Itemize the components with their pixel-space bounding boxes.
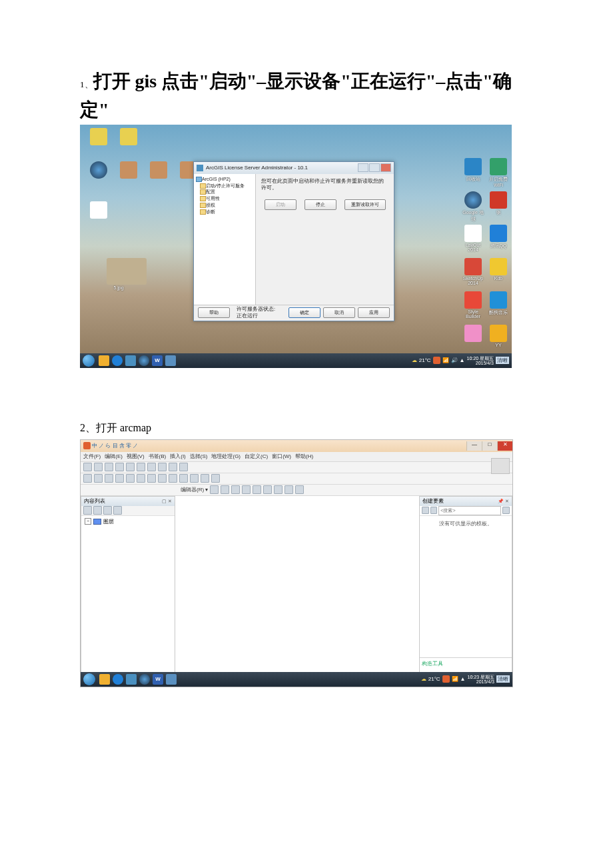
taskbar-item[interactable]: W xyxy=(153,674,163,685)
full-extent-icon[interactable] xyxy=(115,474,124,483)
tree-item[interactable]: 配置 xyxy=(199,189,254,195)
measure-icon[interactable] xyxy=(211,474,220,483)
taskbar-item[interactable] xyxy=(125,355,136,366)
clear-selection-icon[interactable] xyxy=(179,474,188,483)
ime-indicator[interactable]: 清晰 xyxy=(496,357,509,364)
menu-item[interactable]: 编辑(E) xyxy=(105,453,123,460)
close-button[interactable] xyxy=(380,163,391,172)
list-by-drawing-icon[interactable] xyxy=(83,506,92,515)
print-icon[interactable] xyxy=(115,463,124,471)
list-by-selection-icon[interactable] xyxy=(113,506,122,515)
panel-title[interactable]: 创建要素📌✕ xyxy=(420,497,512,506)
ok-button[interactable]: 确定 xyxy=(289,307,320,318)
menu-item[interactable]: 书签(B) xyxy=(149,453,167,460)
cancel-button[interactable]: 取消 xyxy=(323,307,355,318)
desktop-icon[interactable]: Kdb xyxy=(486,258,510,281)
tool-icon[interactable] xyxy=(274,485,283,494)
expand-icon[interactable]: − xyxy=(85,518,91,525)
system-tray[interactable]: ☁ 21°C 📶 🔊 ▲ 10:20 星期五 2015/4/3 清晰 xyxy=(412,356,512,365)
refresh-icon[interactable] xyxy=(502,507,510,514)
desktop-icon[interactable] xyxy=(87,161,111,179)
tree-item[interactable]: 可用性 xyxy=(199,195,254,202)
reread-button[interactable]: 重新读取许可 xyxy=(344,199,386,210)
list-by-source-icon[interactable] xyxy=(93,506,102,515)
tree-item[interactable]: 启动/停止许可服务 xyxy=(199,183,254,189)
desktop-icon[interactable]: 腾讯QQ xyxy=(486,225,510,249)
template-search-input[interactable] xyxy=(438,506,501,515)
redo-icon[interactable] xyxy=(179,463,188,471)
stop-button[interactable]: 停止 xyxy=(305,199,336,210)
tool-icon[interactable] xyxy=(242,485,251,494)
zoom-in-icon[interactable] xyxy=(83,474,92,483)
desktop-icon[interactable]: Google 地球 xyxy=(461,191,485,223)
taskbar-item[interactable]: W xyxy=(152,355,163,366)
close-panel-icon[interactable]: ✕ xyxy=(168,499,172,504)
cut-icon[interactable] xyxy=(126,463,135,471)
layer-label[interactable]: 图层 xyxy=(103,518,114,525)
tools-toolbar[interactable] xyxy=(81,473,512,485)
desktop-icon[interactable]: 回收站 xyxy=(461,158,485,183)
minimize-button[interactable] xyxy=(358,163,368,172)
tool-icon[interactable] xyxy=(221,485,229,494)
system-tray[interactable]: ☁ 21°C 📶 ▲ 10:23 星期五 2015/4/3 清晰 xyxy=(421,675,512,684)
taskbar-item[interactable] xyxy=(99,355,109,366)
tool-icon[interactable] xyxy=(285,485,293,494)
desktop-icon[interactable]: 驱 xyxy=(486,191,510,216)
list-by-visibility-icon[interactable] xyxy=(103,506,112,515)
tool-icon[interactable] xyxy=(263,485,272,494)
panel-title[interactable]: 内容列表▢✕ xyxy=(81,497,175,506)
desktop-icon[interactable]: LayOut 2014 xyxy=(461,225,485,252)
grid-icon[interactable] xyxy=(430,507,438,514)
pin-icon[interactable]: 📌 xyxy=(498,499,504,504)
tray-icon[interactable]: ▲ xyxy=(460,357,465,363)
undo-icon[interactable] xyxy=(169,463,177,471)
select-icon[interactable] xyxy=(169,474,177,483)
taskbar-item[interactable] xyxy=(166,674,177,685)
taskbar[interactable]: W ☁ 21°C 📶 ▲ 10:23 星期五 2015/4/3 清晰 xyxy=(81,672,512,687)
taskbar-item[interactable] xyxy=(112,355,123,366)
taskbar-item[interactable] xyxy=(113,674,123,685)
wifi-icon[interactable]: 📶 xyxy=(452,676,458,682)
dialog-titlebar[interactable]: ArcGIS License Server Administrator - 10… xyxy=(194,162,394,174)
menubar[interactable]: 文件(F) 编辑(E) 视图(V) 书签(B) 插入(I) 选择(S) 地理处理… xyxy=(81,452,512,462)
menu-item[interactable]: 插入(I) xyxy=(170,453,186,460)
ime-icon[interactable] xyxy=(83,442,91,449)
filter-icon[interactable] xyxy=(422,507,429,514)
taskbar-item[interactable] xyxy=(126,674,137,685)
clock[interactable]: 10:20 星期五 2015/4/3 xyxy=(467,356,494,365)
identify-icon[interactable] xyxy=(190,474,199,483)
menu-item[interactable]: 文件(F) xyxy=(83,453,101,460)
desktop-icon[interactable]: 开启免费WiFi xyxy=(486,158,510,187)
tree-item[interactable]: 诊断 xyxy=(199,209,254,215)
forward-icon[interactable] xyxy=(158,474,167,483)
maximize-button[interactable]: □ xyxy=(482,441,497,451)
ime-indicator[interactable]: 清晰 xyxy=(496,675,510,683)
desktop-icon[interactable] xyxy=(147,161,171,179)
apply-button[interactable]: 应用 xyxy=(358,307,390,318)
map-canvas[interactable] xyxy=(175,496,419,681)
desktop-icon[interactable] xyxy=(117,128,141,146)
start-button[interactable] xyxy=(83,355,95,367)
fixed-zoom-in-icon[interactable] xyxy=(126,474,135,483)
desktop-icon[interactable]: SketchUp 2014 xyxy=(461,258,485,285)
menu-item[interactable]: 帮助(H) xyxy=(295,453,313,460)
menu-item[interactable]: 地理处理(G) xyxy=(211,453,241,460)
taskbar-item[interactable] xyxy=(99,674,110,685)
paste-icon[interactable] xyxy=(147,463,156,471)
new-icon[interactable] xyxy=(83,463,92,471)
start-button[interactable] xyxy=(83,673,95,685)
taskbar-item[interactable] xyxy=(139,674,150,685)
tray-icon[interactable] xyxy=(433,357,440,364)
maximize-button[interactable] xyxy=(369,163,380,172)
desktop-icon[interactable] xyxy=(87,201,111,219)
tray-icon[interactable]: ▲ xyxy=(460,676,466,682)
catalog-button[interactable] xyxy=(491,458,510,474)
help-button[interactable]: 帮助 xyxy=(198,307,230,318)
tree-item[interactable]: 授权 xyxy=(199,202,254,209)
tool-icon[interactable] xyxy=(295,485,304,494)
wifi-icon[interactable]: 📶 xyxy=(442,357,449,363)
menu-item[interactable]: 选择(S) xyxy=(190,453,208,460)
desktop-icon[interactable] xyxy=(87,128,111,146)
copy-icon[interactable] xyxy=(137,463,145,471)
window-titlebar[interactable]: 中 ノ ら 目 含 零 ノ — □ ✕ xyxy=(81,440,512,452)
